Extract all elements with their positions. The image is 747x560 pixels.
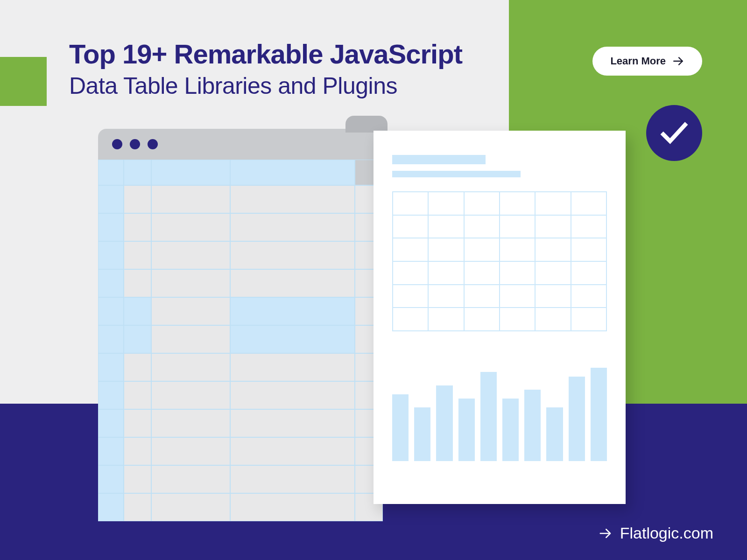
check-icon <box>658 117 691 149</box>
browser-titlebar <box>98 129 383 160</box>
chart-bar <box>569 377 585 461</box>
doc-table-grid <box>392 191 607 331</box>
browser-window <box>98 129 383 521</box>
brand-link[interactable]: Flatlogic.com <box>599 524 713 542</box>
arrow-right-icon <box>672 55 684 67</box>
chart-bar <box>502 399 519 461</box>
doc-text-placeholder <box>392 155 486 164</box>
doc-text-placeholder <box>392 171 521 177</box>
chart-bar <box>458 399 475 461</box>
window-dot-icon <box>112 139 122 149</box>
arrow-right-icon <box>599 526 613 540</box>
spreadsheet-illustration <box>98 160 383 521</box>
chart-bar <box>591 368 607 461</box>
chart-bar <box>524 390 541 461</box>
chart-bar <box>546 407 563 461</box>
document-preview <box>374 131 626 504</box>
chart-bar <box>436 385 452 461</box>
title-line2: Data Table Libraries and Plugins <box>69 72 462 99</box>
learn-more-button[interactable]: Learn More <box>592 47 702 76</box>
check-badge <box>646 105 702 161</box>
brand-label: Flatlogic.com <box>620 524 713 542</box>
chart-bar <box>480 372 497 461</box>
doc-tab <box>345 116 388 133</box>
window-dot-icon <box>148 139 158 149</box>
window-dot-icon <box>130 139 140 149</box>
title-block: Top 19+ Remarkable JavaScript Data Table… <box>69 38 462 99</box>
bg-green-left <box>0 57 47 106</box>
chart-bar <box>414 407 430 461</box>
learn-more-label: Learn More <box>610 55 666 67</box>
title-line1: Top 19+ Remarkable JavaScript <box>69 38 462 70</box>
chart-bar <box>392 394 409 461</box>
doc-bar-chart <box>392 363 607 461</box>
